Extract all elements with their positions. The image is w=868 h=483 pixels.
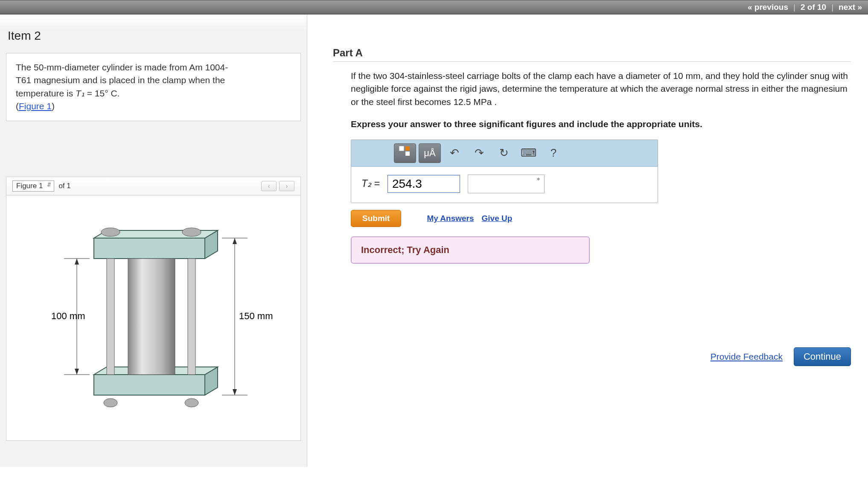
nav-sep: | — [831, 3, 833, 12]
provide-feedback-link[interactable]: Provide Feedback — [711, 352, 783, 362]
undo-button[interactable]: ↶ — [443, 143, 466, 163]
greek-button[interactable]: μÅ — [419, 143, 441, 163]
part-instruction: Express your answer to three significant… — [351, 118, 851, 131]
item-title: Item 2 — [8, 29, 301, 43]
degree-symbol: ° — [537, 176, 539, 186]
submit-button[interactable]: Submit — [351, 210, 401, 227]
figure-selector[interactable]: Figure 1 — [12, 180, 54, 192]
dim-right-label: 150 mm — [239, 311, 273, 321]
problem-text: = 15° C. — [84, 88, 120, 98]
continue-button[interactable]: Continue — [794, 347, 851, 366]
greek-icon: μÅ — [424, 146, 435, 160]
top-nav-bar: « previous | 2 of 10 | next » — [0, 0, 868, 15]
prev-link[interactable]: « previous — [748, 3, 788, 12]
svg-rect-7 — [188, 259, 195, 375]
svg-point-8 — [101, 228, 120, 236]
svg-point-10 — [104, 399, 117, 407]
answer-unit-input[interactable]: ° — [468, 175, 545, 193]
svg-rect-25 — [405, 151, 410, 156]
answer-variable-label: T₂ = — [361, 177, 380, 191]
nav-position: 2 of 10 — [801, 3, 826, 12]
answer-value-input[interactable] — [387, 175, 460, 193]
figure-panel: Figure 1 of 1 ‹ › — [6, 177, 301, 441]
svg-rect-0 — [94, 238, 205, 259]
problem-statement-panel: The 50-mm-diameter cylinder is made from… — [6, 53, 301, 121]
part-title: Part A — [333, 47, 851, 62]
redo-button[interactable]: ↷ — [468, 143, 490, 163]
svg-rect-24 — [405, 146, 410, 151]
give-up-link[interactable]: Give Up — [482, 212, 513, 224]
figure-next-button[interactable]: › — [279, 181, 294, 191]
feedback-box: Incorrect; Try Again — [351, 236, 590, 264]
redo-icon: ↷ — [475, 145, 484, 161]
part-text: If the two 304-stainless-steel carriage … — [351, 70, 851, 108]
svg-marker-22 — [233, 389, 237, 395]
left-column: Item 2 The 50-mm-diameter cylinder is ma… — [0, 15, 307, 467]
svg-point-11 — [185, 399, 198, 407]
svg-marker-17 — [75, 369, 79, 375]
answer-panel: μÅ ↶ ↷ ↻ ⌨ ? — [351, 140, 658, 203]
svg-rect-3 — [94, 375, 205, 395]
figure-count: of 1 — [58, 182, 70, 190]
chevron-right-icon: › — [286, 183, 288, 189]
undo-icon: ↶ — [450, 145, 459, 161]
help-icon: ? — [551, 145, 556, 161]
my-answers-link[interactable]: My Answers — [427, 212, 474, 224]
figure-link[interactable]: Figure 1 — [19, 101, 52, 111]
problem-text: temperature is — [16, 88, 76, 98]
reset-icon: ↻ — [499, 145, 509, 161]
dim-left-label: 100 mm — [51, 311, 85, 321]
right-column: Part A If the two 304-stainless-steel ca… — [307, 15, 868, 467]
nav-sep: | — [793, 3, 795, 12]
templates-icon — [399, 145, 411, 160]
feedback-text: Incorrect; Try Again — [361, 244, 449, 255]
svg-point-9 — [182, 228, 201, 236]
svg-marker-21 — [233, 238, 237, 244]
svg-marker-16 — [75, 259, 79, 265]
svg-rect-12 — [128, 259, 175, 375]
figure-selector-label: Figure 1 — [16, 182, 43, 190]
answer-toolbar: μÅ ↶ ↷ ↻ ⌨ ? — [351, 140, 658, 167]
figure-image: 100 mm 150 mm — [6, 204, 300, 434]
keyboard-icon: ⌨ — [521, 145, 537, 161]
keyboard-button[interactable]: ⌨ — [518, 143, 540, 163]
svg-rect-23 — [399, 146, 404, 151]
chevron-left-icon: ‹ — [268, 183, 270, 189]
help-button[interactable]: ? — [542, 143, 565, 163]
reset-button[interactable]: ↻ — [493, 143, 515, 163]
problem-text: The 50-mm-diameter cylinder is made from… — [16, 62, 228, 72]
problem-var: T₁ — [76, 88, 84, 98]
figure-prev-button[interactable]: ‹ — [261, 181, 277, 191]
svg-rect-6 — [107, 259, 114, 375]
templates-button[interactable] — [394, 143, 416, 163]
problem-text: T61 magnesium and is placed in the clamp… — [16, 75, 225, 85]
next-link[interactable]: next » — [839, 3, 862, 12]
